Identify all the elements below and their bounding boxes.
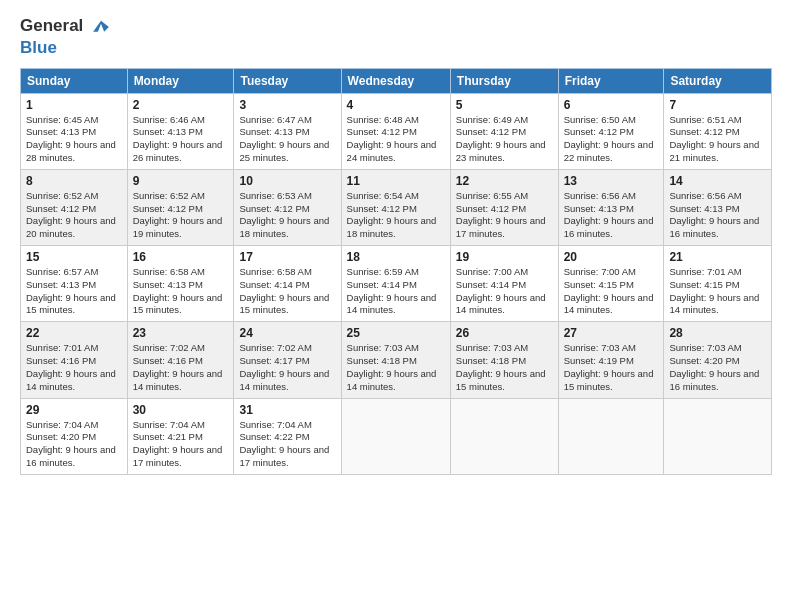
day-info: Sunrise: 7:02 AMSunset: 4:16 PMDaylight:… (133, 342, 229, 393)
day-info: Sunrise: 6:50 AMSunset: 4:12 PMDaylight:… (564, 114, 659, 165)
day-info: Sunrise: 6:53 AMSunset: 4:12 PMDaylight:… (239, 190, 335, 241)
day-number: 13 (564, 174, 659, 188)
day-number: 12 (456, 174, 553, 188)
calendar-table: SundayMondayTuesdayWednesdayThursdayFrid… (20, 68, 772, 475)
day-number: 21 (669, 250, 766, 264)
calendar-cell: 18Sunrise: 6:59 AMSunset: 4:14 PMDayligh… (341, 246, 450, 322)
calendar-cell: 3Sunrise: 6:47 AMSunset: 4:13 PMDaylight… (234, 93, 341, 169)
calendar-cell: 15Sunrise: 6:57 AMSunset: 4:13 PMDayligh… (21, 246, 128, 322)
day-info: Sunrise: 6:56 AMSunset: 4:13 PMDaylight:… (564, 190, 659, 241)
calendar-cell: 21Sunrise: 7:01 AMSunset: 4:15 PMDayligh… (664, 246, 772, 322)
calendar-cell: 2Sunrise: 6:46 AMSunset: 4:13 PMDaylight… (127, 93, 234, 169)
calendar-cell: 11Sunrise: 6:54 AMSunset: 4:12 PMDayligh… (341, 169, 450, 245)
day-info: Sunrise: 6:58 AMSunset: 4:13 PMDaylight:… (133, 266, 229, 317)
day-number: 7 (669, 98, 766, 112)
weekday-header-tuesday: Tuesday (234, 68, 341, 93)
day-info: Sunrise: 7:04 AMSunset: 4:20 PMDaylight:… (26, 419, 122, 470)
day-info: Sunrise: 6:54 AMSunset: 4:12 PMDaylight:… (347, 190, 445, 241)
logo-bird-icon (90, 16, 112, 38)
day-number: 17 (239, 250, 335, 264)
day-number: 20 (564, 250, 659, 264)
day-number: 15 (26, 250, 122, 264)
calendar-cell: 20Sunrise: 7:00 AMSunset: 4:15 PMDayligh… (558, 246, 664, 322)
day-number: 11 (347, 174, 445, 188)
day-info: Sunrise: 7:03 AMSunset: 4:18 PMDaylight:… (456, 342, 553, 393)
day-info: Sunrise: 7:03 AMSunset: 4:20 PMDaylight:… (669, 342, 766, 393)
day-info: Sunrise: 6:57 AMSunset: 4:13 PMDaylight:… (26, 266, 122, 317)
day-info: Sunrise: 7:04 AMSunset: 4:21 PMDaylight:… (133, 419, 229, 470)
day-number: 4 (347, 98, 445, 112)
calendar-cell: 25Sunrise: 7:03 AMSunset: 4:18 PMDayligh… (341, 322, 450, 398)
day-info: Sunrise: 7:02 AMSunset: 4:17 PMDaylight:… (239, 342, 335, 393)
day-info: Sunrise: 7:00 AMSunset: 4:15 PMDaylight:… (564, 266, 659, 317)
calendar-cell: 27Sunrise: 7:03 AMSunset: 4:19 PMDayligh… (558, 322, 664, 398)
day-number: 24 (239, 326, 335, 340)
day-number: 19 (456, 250, 553, 264)
calendar-cell: 4Sunrise: 6:48 AMSunset: 4:12 PMDaylight… (341, 93, 450, 169)
day-info: Sunrise: 6:49 AMSunset: 4:12 PMDaylight:… (456, 114, 553, 165)
day-info: Sunrise: 7:01 AMSunset: 4:16 PMDaylight:… (26, 342, 122, 393)
calendar-cell: 24Sunrise: 7:02 AMSunset: 4:17 PMDayligh… (234, 322, 341, 398)
logo-line2: Blue (20, 38, 112, 58)
page-header: General Blue (20, 16, 772, 58)
day-number: 2 (133, 98, 229, 112)
day-number: 30 (133, 403, 229, 417)
calendar-cell: 6Sunrise: 6:50 AMSunset: 4:12 PMDaylight… (558, 93, 664, 169)
calendar-cell: 14Sunrise: 6:56 AMSunset: 4:13 PMDayligh… (664, 169, 772, 245)
day-number: 27 (564, 326, 659, 340)
calendar-cell: 23Sunrise: 7:02 AMSunset: 4:16 PMDayligh… (127, 322, 234, 398)
day-number: 1 (26, 98, 122, 112)
calendar-cell: 22Sunrise: 7:01 AMSunset: 4:16 PMDayligh… (21, 322, 128, 398)
calendar-cell: 17Sunrise: 6:58 AMSunset: 4:14 PMDayligh… (234, 246, 341, 322)
day-number: 28 (669, 326, 766, 340)
calendar-cell (664, 398, 772, 474)
day-info: Sunrise: 7:04 AMSunset: 4:22 PMDaylight:… (239, 419, 335, 470)
calendar-cell (558, 398, 664, 474)
calendar-cell: 13Sunrise: 6:56 AMSunset: 4:13 PMDayligh… (558, 169, 664, 245)
weekday-header-thursday: Thursday (450, 68, 558, 93)
day-number: 3 (239, 98, 335, 112)
calendar-cell: 10Sunrise: 6:53 AMSunset: 4:12 PMDayligh… (234, 169, 341, 245)
calendar-cell: 31Sunrise: 7:04 AMSunset: 4:22 PMDayligh… (234, 398, 341, 474)
day-info: Sunrise: 6:51 AMSunset: 4:12 PMDaylight:… (669, 114, 766, 165)
day-info: Sunrise: 6:46 AMSunset: 4:13 PMDaylight:… (133, 114, 229, 165)
calendar-cell: 9Sunrise: 6:52 AMSunset: 4:12 PMDaylight… (127, 169, 234, 245)
day-number: 25 (347, 326, 445, 340)
day-info: Sunrise: 6:59 AMSunset: 4:14 PMDaylight:… (347, 266, 445, 317)
calendar-cell: 12Sunrise: 6:55 AMSunset: 4:12 PMDayligh… (450, 169, 558, 245)
logo-line1: General (20, 16, 112, 38)
weekday-header-monday: Monday (127, 68, 234, 93)
calendar-cell (450, 398, 558, 474)
day-number: 23 (133, 326, 229, 340)
logo: General Blue (20, 16, 112, 58)
svg-marker-0 (93, 21, 109, 32)
weekday-header-sunday: Sunday (21, 68, 128, 93)
day-number: 5 (456, 98, 553, 112)
weekday-header-saturday: Saturday (664, 68, 772, 93)
day-info: Sunrise: 6:52 AMSunset: 4:12 PMDaylight:… (133, 190, 229, 241)
day-number: 6 (564, 98, 659, 112)
calendar-cell: 26Sunrise: 7:03 AMSunset: 4:18 PMDayligh… (450, 322, 558, 398)
calendar-cell: 16Sunrise: 6:58 AMSunset: 4:13 PMDayligh… (127, 246, 234, 322)
calendar-cell: 1Sunrise: 6:45 AMSunset: 4:13 PMDaylight… (21, 93, 128, 169)
day-number: 29 (26, 403, 122, 417)
calendar-cell: 19Sunrise: 7:00 AMSunset: 4:14 PMDayligh… (450, 246, 558, 322)
calendar-cell (341, 398, 450, 474)
day-number: 31 (239, 403, 335, 417)
calendar-cell: 7Sunrise: 6:51 AMSunset: 4:12 PMDaylight… (664, 93, 772, 169)
day-number: 9 (133, 174, 229, 188)
day-number: 10 (239, 174, 335, 188)
calendar-cell: 29Sunrise: 7:04 AMSunset: 4:20 PMDayligh… (21, 398, 128, 474)
day-info: Sunrise: 6:55 AMSunset: 4:12 PMDaylight:… (456, 190, 553, 241)
day-number: 14 (669, 174, 766, 188)
day-info: Sunrise: 7:03 AMSunset: 4:18 PMDaylight:… (347, 342, 445, 393)
day-info: Sunrise: 7:03 AMSunset: 4:19 PMDaylight:… (564, 342, 659, 393)
calendar-cell: 8Sunrise: 6:52 AMSunset: 4:12 PMDaylight… (21, 169, 128, 245)
calendar-cell: 5Sunrise: 6:49 AMSunset: 4:12 PMDaylight… (450, 93, 558, 169)
calendar-cell: 28Sunrise: 7:03 AMSunset: 4:20 PMDayligh… (664, 322, 772, 398)
day-info: Sunrise: 6:56 AMSunset: 4:13 PMDaylight:… (669, 190, 766, 241)
day-number: 22 (26, 326, 122, 340)
weekday-header-friday: Friday (558, 68, 664, 93)
day-number: 18 (347, 250, 445, 264)
day-number: 8 (26, 174, 122, 188)
